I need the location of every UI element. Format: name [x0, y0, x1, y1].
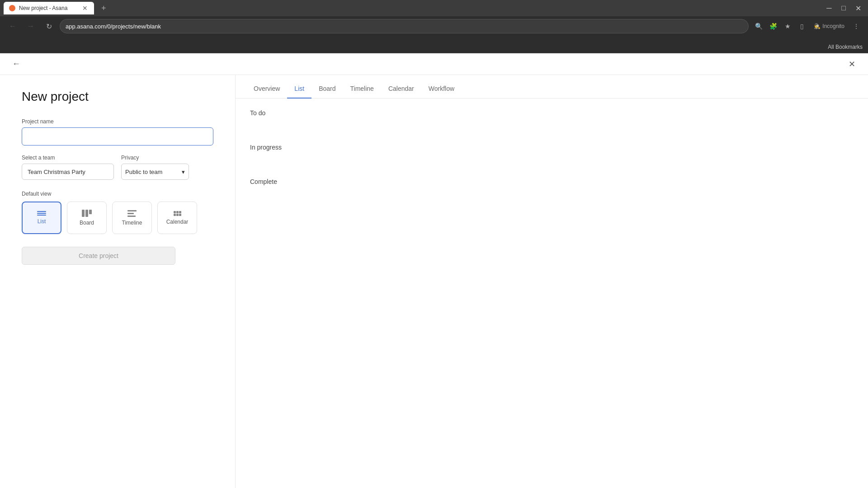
team-select[interactable]: Team Christmas Party: [22, 164, 114, 180]
team-value: Team Christmas Party: [28, 169, 85, 175]
browser-nav: ← → ↻ app.asana.com/0/projects/new/blank…: [0, 16, 868, 36]
bookmarks-link[interactable]: All Bookmarks: [828, 44, 863, 50]
window-controls: ─ □ ✕: [823, 2, 864, 14]
timeline-view-icon: [127, 210, 137, 217]
project-name-label: Project name: [22, 118, 213, 125]
url-text: app.asana.com/0/projects/new/blank: [66, 23, 743, 30]
default-view-label: Default view: [22, 191, 213, 197]
tab-title: New project - Asana: [19, 5, 78, 11]
create-project-button[interactable]: Create project: [22, 247, 175, 265]
new-tab-button[interactable]: +: [98, 4, 110, 13]
list-view-label: List: [38, 218, 46, 225]
browser-chrome: New project - Asana ✕ + ─ □ ✕ ← → ↻ app.…: [0, 0, 868, 41]
incognito-label: Incognito: [822, 23, 844, 29]
section-todo: To do: [250, 109, 854, 117]
maximize-button[interactable]: □: [837, 2, 850, 14]
privacy-arrow-icon: ▾: [182, 169, 185, 175]
privacy-value: Public to team: [125, 169, 162, 175]
tab-timeline[interactable]: Timeline: [343, 80, 381, 99]
incognito-badge[interactable]: 🕵 Incognito: [810, 20, 848, 33]
privacy-label: Privacy: [121, 155, 213, 161]
top-bar: ← ✕: [0, 53, 868, 75]
tab-list[interactable]: List: [287, 80, 311, 99]
form-row: Select a team Team Christmas Party Priva…: [22, 155, 213, 180]
tab-calendar[interactable]: Calendar: [381, 80, 421, 99]
tab-favicon: [9, 5, 15, 11]
timeline-view-label: Timeline: [122, 220, 142, 226]
board-view-option[interactable]: Board: [67, 202, 107, 234]
bookmark-icon[interactable]: ★: [781, 20, 794, 33]
browser-nav-icons: 🔍 🧩 ★ ▯ 🕵 Incognito ⋮: [752, 20, 863, 33]
page-title: New project: [22, 89, 213, 104]
tab-overview[interactable]: Overview: [246, 80, 287, 99]
main-area: New project Project name Select a team T…: [0, 75, 868, 488]
minimize-button[interactable]: ─: [823, 2, 835, 14]
board-view-label: Board: [80, 220, 94, 226]
tab-workflow[interactable]: Workflow: [421, 80, 462, 99]
preview-tabs: Overview List Board Timeline Calendar Wo…: [236, 75, 868, 99]
page-content: ← ✕ New project Project name Select a te…: [0, 53, 868, 488]
extensions-icon[interactable]: 🧩: [767, 20, 779, 33]
privacy-dropdown[interactable]: Public to team ▾: [121, 164, 189, 180]
list-view-icon: [37, 211, 46, 216]
calendar-view-option[interactable]: Calendar: [157, 202, 197, 234]
tab-close-button[interactable]: ✕: [81, 5, 89, 12]
reload-button[interactable]: ↻: [42, 19, 56, 33]
project-name-input[interactable]: [22, 127, 213, 145]
back-nav-button[interactable]: ←: [5, 19, 20, 33]
back-button[interactable]: ←: [9, 57, 24, 71]
section-complete: Complete: [250, 178, 854, 185]
list-view-option[interactable]: List: [22, 202, 61, 234]
close-dialog-button[interactable]: ✕: [844, 57, 859, 71]
browser-menu-icon[interactable]: ⋮: [850, 20, 863, 33]
search-icon[interactable]: 🔍: [752, 20, 765, 33]
board-view-icon: [82, 210, 92, 217]
privacy-form-group: Privacy Public to team ▾: [121, 155, 213, 180]
incognito-icon: 🕵: [814, 23, 821, 29]
browser-tab[interactable]: New project - Asana ✕: [4, 2, 94, 14]
preview-content: To do In progress Complete: [236, 99, 868, 488]
view-options: List Board: [22, 202, 213, 234]
calendar-view-icon: [174, 211, 181, 216]
tab-board[interactable]: Board: [311, 80, 343, 99]
window-close-button[interactable]: ✕: [852, 2, 864, 14]
address-bar[interactable]: app.asana.com/0/projects/new/blank: [60, 19, 749, 33]
section-in-progress: In progress: [250, 144, 854, 151]
select-team-label: Select a team: [22, 155, 114, 161]
timeline-view-option[interactable]: Timeline: [112, 202, 152, 234]
left-panel: New project Project name Select a team T…: [0, 75, 235, 488]
sidebar-icon[interactable]: ▯: [796, 20, 808, 33]
forward-nav-button[interactable]: →: [24, 19, 38, 33]
right-panel: Overview List Board Timeline Calendar Wo…: [235, 75, 868, 488]
default-view-section: Default view List: [22, 191, 213, 234]
browser-title-bar: New project - Asana ✕ + ─ □ ✕: [0, 0, 868, 16]
team-form-group: Select a team Team Christmas Party: [22, 155, 114, 180]
calendar-view-label: Calendar: [166, 219, 189, 225]
